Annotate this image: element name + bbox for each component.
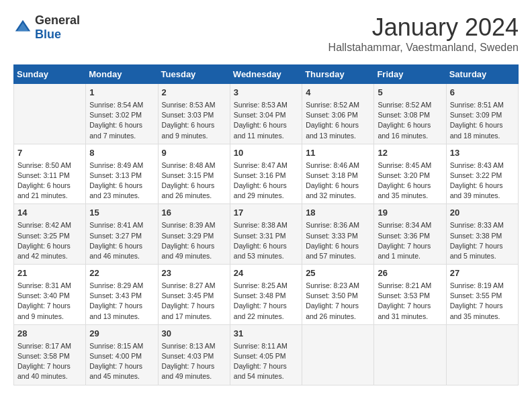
day-info: Sunrise: 8:48 AM Sunset: 3:15 PM Dayligh… bbox=[162, 161, 226, 201]
day-info: Sunrise: 8:25 AM Sunset: 3:48 PM Dayligh… bbox=[234, 281, 298, 322]
calendar-cell: 25Sunrise: 8:23 AM Sunset: 3:50 PM Dayli… bbox=[302, 265, 374, 325]
day-info: Sunrise: 8:29 AM Sunset: 3:43 PM Dayligh… bbox=[89, 281, 154, 322]
calendar-body: 1Sunrise: 8:54 AM Sunset: 3:02 PM Daylig… bbox=[14, 84, 519, 385]
day-number: 7 bbox=[17, 147, 82, 160]
day-number: 30 bbox=[162, 328, 226, 340]
calendar-cell: 11Sunrise: 8:46 AM Sunset: 3:18 PM Dayli… bbox=[302, 144, 374, 204]
calendar-cell: 3Sunrise: 8:53 AM Sunset: 3:04 PM Daylig… bbox=[230, 84, 302, 144]
location-title: Hallstahammar, Vaestmanland, Sweden bbox=[328, 42, 519, 54]
calendar-cell: 19Sunrise: 8:34 AM Sunset: 3:36 PM Dayli… bbox=[374, 204, 446, 265]
column-header-tuesday: Tuesday bbox=[158, 65, 230, 84]
calendar-cell: 30Sunrise: 8:13 AM Sunset: 4:03 PM Dayli… bbox=[158, 324, 230, 385]
calendar-cell: 12Sunrise: 8:45 AM Sunset: 3:20 PM Dayli… bbox=[374, 144, 446, 204]
day-number: 12 bbox=[378, 147, 442, 160]
day-number: 13 bbox=[450, 147, 515, 160]
calendar-week-3: 14Sunrise: 8:42 AM Sunset: 3:25 PM Dayli… bbox=[14, 204, 519, 265]
calendar-cell: 26Sunrise: 8:21 AM Sunset: 3:53 PM Dayli… bbox=[374, 265, 446, 325]
calendar-cell: 5Sunrise: 8:52 AM Sunset: 3:08 PM Daylig… bbox=[374, 84, 446, 144]
day-info: Sunrise: 8:13 AM Sunset: 4:03 PM Dayligh… bbox=[162, 341, 226, 382]
day-number: 3 bbox=[234, 87, 298, 99]
day-info: Sunrise: 8:50 AM Sunset: 3:11 PM Dayligh… bbox=[17, 161, 82, 201]
calendar-cell bbox=[374, 324, 446, 385]
column-header-sunday: Sunday bbox=[14, 65, 86, 84]
day-info: Sunrise: 8:52 AM Sunset: 3:06 PM Dayligh… bbox=[306, 100, 370, 141]
logo: General Blue bbox=[13, 13, 80, 42]
day-number: 4 bbox=[306, 87, 370, 99]
day-number: 15 bbox=[89, 207, 154, 220]
day-number: 19 bbox=[378, 207, 442, 220]
calendar-header-row: SundayMondayTuesdayWednesdayThursdayFrid… bbox=[14, 65, 519, 84]
day-info: Sunrise: 8:47 AM Sunset: 3:16 PM Dayligh… bbox=[234, 161, 298, 201]
calendar-cell: 7Sunrise: 8:50 AM Sunset: 3:11 PM Daylig… bbox=[14, 144, 86, 204]
day-number: 5 bbox=[378, 87, 442, 99]
day-number: 21 bbox=[17, 267, 82, 280]
day-info: Sunrise: 8:36 AM Sunset: 3:33 PM Dayligh… bbox=[306, 220, 370, 261]
calendar-cell: 31Sunrise: 8:11 AM Sunset: 4:05 PM Dayli… bbox=[230, 324, 302, 385]
calendar-cell: 9Sunrise: 8:48 AM Sunset: 3:15 PM Daylig… bbox=[158, 144, 230, 204]
day-info: Sunrise: 8:33 AM Sunset: 3:38 PM Dayligh… bbox=[450, 220, 515, 261]
day-info: Sunrise: 8:15 AM Sunset: 4:00 PM Dayligh… bbox=[89, 341, 154, 382]
calendar-cell: 21Sunrise: 8:31 AM Sunset: 3:40 PM Dayli… bbox=[14, 265, 86, 325]
calendar-cell: 8Sunrise: 8:49 AM Sunset: 3:13 PM Daylig… bbox=[86, 144, 158, 204]
logo-blue: Blue bbox=[35, 28, 61, 41]
day-number: 18 bbox=[306, 207, 370, 220]
day-info: Sunrise: 8:43 AM Sunset: 3:22 PM Dayligh… bbox=[450, 161, 515, 201]
calendar-cell bbox=[14, 84, 86, 144]
day-number: 31 bbox=[234, 328, 298, 340]
calendar-cell bbox=[302, 324, 374, 385]
day-info: Sunrise: 8:46 AM Sunset: 3:18 PM Dayligh… bbox=[306, 161, 370, 201]
calendar-cell: 23Sunrise: 8:27 AM Sunset: 3:45 PM Dayli… bbox=[158, 265, 230, 325]
calendar-cell: 20Sunrise: 8:33 AM Sunset: 3:38 PM Dayli… bbox=[446, 204, 518, 265]
calendar-cell: 4Sunrise: 8:52 AM Sunset: 3:06 PM Daylig… bbox=[302, 84, 374, 144]
day-info: Sunrise: 8:17 AM Sunset: 3:58 PM Dayligh… bbox=[17, 341, 82, 382]
calendar-cell: 1Sunrise: 8:54 AM Sunset: 3:02 PM Daylig… bbox=[86, 84, 158, 144]
day-info: Sunrise: 8:45 AM Sunset: 3:20 PM Dayligh… bbox=[378, 161, 442, 201]
calendar-cell: 17Sunrise: 8:38 AM Sunset: 3:31 PM Dayli… bbox=[230, 204, 302, 265]
day-number: 28 bbox=[17, 328, 82, 340]
day-info: Sunrise: 8:34 AM Sunset: 3:36 PM Dayligh… bbox=[378, 220, 442, 261]
column-header-friday: Friday bbox=[374, 65, 446, 84]
calendar-cell: 6Sunrise: 8:51 AM Sunset: 3:09 PM Daylig… bbox=[446, 84, 518, 144]
day-number: 8 bbox=[89, 147, 154, 160]
day-number: 6 bbox=[450, 87, 515, 99]
day-info: Sunrise: 8:21 AM Sunset: 3:53 PM Dayligh… bbox=[378, 281, 442, 322]
calendar-cell: 14Sunrise: 8:42 AM Sunset: 3:25 PM Dayli… bbox=[14, 204, 86, 265]
day-number: 16 bbox=[162, 207, 226, 220]
day-info: Sunrise: 8:52 AM Sunset: 3:08 PM Dayligh… bbox=[378, 100, 442, 141]
logo-general: General bbox=[35, 13, 80, 27]
day-info: Sunrise: 8:49 AM Sunset: 3:13 PM Dayligh… bbox=[89, 161, 154, 201]
calendar-week-1: 1Sunrise: 8:54 AM Sunset: 3:02 PM Daylig… bbox=[14, 84, 519, 144]
calendar-cell: 10Sunrise: 8:47 AM Sunset: 3:16 PM Dayli… bbox=[230, 144, 302, 204]
day-info: Sunrise: 8:11 AM Sunset: 4:05 PM Dayligh… bbox=[234, 341, 298, 382]
day-number: 20 bbox=[450, 207, 515, 220]
calendar-cell: 24Sunrise: 8:25 AM Sunset: 3:48 PM Dayli… bbox=[230, 265, 302, 325]
day-number: 14 bbox=[17, 207, 82, 220]
day-info: Sunrise: 8:31 AM Sunset: 3:40 PM Dayligh… bbox=[17, 281, 82, 322]
day-info: Sunrise: 8:53 AM Sunset: 3:03 PM Dayligh… bbox=[162, 100, 226, 141]
calendar-cell: 27Sunrise: 8:19 AM Sunset: 3:55 PM Dayli… bbox=[446, 265, 518, 325]
day-info: Sunrise: 8:51 AM Sunset: 3:09 PM Dayligh… bbox=[450, 100, 515, 141]
day-number: 17 bbox=[234, 207, 298, 220]
calendar-table: SundayMondayTuesdayWednesdayThursdayFrid… bbox=[13, 64, 519, 385]
calendar-cell: 13Sunrise: 8:43 AM Sunset: 3:22 PM Dayli… bbox=[446, 144, 518, 204]
day-number: 23 bbox=[162, 267, 226, 280]
calendar-cell: 15Sunrise: 8:41 AM Sunset: 3:27 PM Dayli… bbox=[86, 204, 158, 265]
calendar-cell: 22Sunrise: 8:29 AM Sunset: 3:43 PM Dayli… bbox=[86, 265, 158, 325]
day-number: 27 bbox=[450, 267, 515, 280]
day-info: Sunrise: 8:38 AM Sunset: 3:31 PM Dayligh… bbox=[234, 220, 298, 261]
day-info: Sunrise: 8:42 AM Sunset: 3:25 PM Dayligh… bbox=[17, 220, 82, 261]
calendar-cell: 16Sunrise: 8:39 AM Sunset: 3:29 PM Dayli… bbox=[158, 204, 230, 265]
column-header-wednesday: Wednesday bbox=[230, 65, 302, 84]
day-number: 10 bbox=[234, 147, 298, 160]
column-header-saturday: Saturday bbox=[446, 65, 518, 84]
calendar-week-5: 28Sunrise: 8:17 AM Sunset: 3:58 PM Dayli… bbox=[14, 324, 519, 385]
day-info: Sunrise: 8:23 AM Sunset: 3:50 PM Dayligh… bbox=[306, 281, 370, 322]
day-info: Sunrise: 8:27 AM Sunset: 3:45 PM Dayligh… bbox=[162, 281, 226, 322]
month-title: January 2024 bbox=[328, 13, 519, 42]
calendar-cell bbox=[446, 324, 518, 385]
column-header-thursday: Thursday bbox=[302, 65, 374, 84]
calendar-cell: 2Sunrise: 8:53 AM Sunset: 3:03 PM Daylig… bbox=[158, 84, 230, 144]
day-info: Sunrise: 8:19 AM Sunset: 3:55 PM Dayligh… bbox=[450, 281, 515, 322]
day-number: 11 bbox=[306, 147, 370, 160]
calendar-cell: 28Sunrise: 8:17 AM Sunset: 3:58 PM Dayli… bbox=[14, 324, 86, 385]
